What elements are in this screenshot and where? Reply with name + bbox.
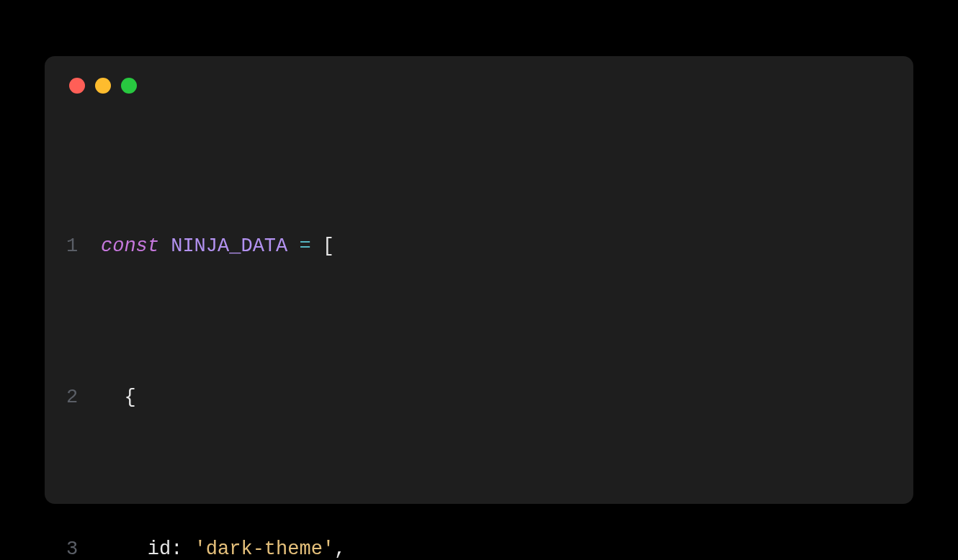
window-controls xyxy=(66,78,889,94)
line-number: 1 xyxy=(66,227,101,266)
keyword-const: const xyxy=(101,235,159,257)
line-content: id: 'dark-theme', xyxy=(101,530,889,560)
code-line: 2 { xyxy=(66,379,889,417)
code-line: 1 const NINJA_DATA = [ xyxy=(66,227,889,266)
zoom-icon[interactable] xyxy=(121,78,137,94)
bracket-open: [ xyxy=(323,235,334,257)
line-content: const NINJA_DATA = [ xyxy=(101,227,889,266)
line-number: 2 xyxy=(66,379,101,417)
code-line: 3 id: 'dark-theme', xyxy=(66,530,889,560)
line-content: { xyxy=(101,379,889,417)
line-number: 3 xyxy=(66,530,101,560)
close-icon[interactable] xyxy=(69,78,85,94)
operator-equals: = xyxy=(299,235,310,257)
string-literal: 'dark-theme' xyxy=(194,538,334,560)
code-window: 1 const NINJA_DATA = [ 2 { 3 id: 'dark-t… xyxy=(45,56,913,504)
minimize-icon[interactable] xyxy=(95,78,111,94)
identifier: NINJA_DATA xyxy=(171,235,287,257)
code-block: 1 const NINJA_DATA = [ 2 { 3 id: 'dark-t… xyxy=(66,114,889,560)
brace-open: { xyxy=(124,387,135,408)
property-key: id xyxy=(148,538,171,560)
comma: , xyxy=(334,538,346,560)
colon: : xyxy=(171,538,182,560)
